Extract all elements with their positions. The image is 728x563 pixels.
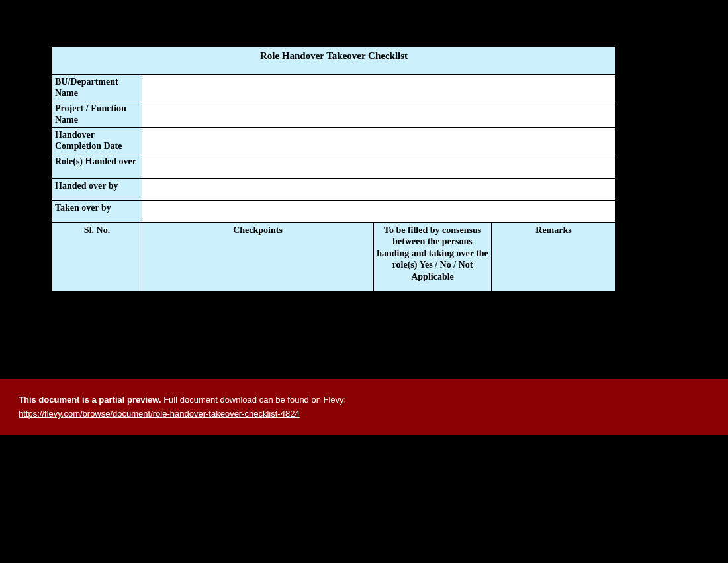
- col-consensus: To be filled by consensus between the pe…: [374, 222, 492, 292]
- label-handover-date: Handover Completion Date: [52, 127, 142, 154]
- title-row: Role Handover Takeover Checklist: [52, 47, 616, 75]
- value-handover-date[interactable]: [142, 127, 616, 154]
- info-row-handed-by: Handed over by: [52, 178, 616, 200]
- banner-link[interactable]: https://flevy.com/browse/document/role-h…: [19, 409, 300, 419]
- checklist-table: Role Handover Takeover Checklist BU/Depa…: [52, 46, 616, 292]
- col-sl-no: Sl. No.: [52, 222, 142, 292]
- info-row-taken-by: Taken over by: [52, 200, 616, 222]
- document-title: Role Handover Takeover Checklist: [52, 47, 616, 75]
- label-taken-by: Taken over by: [52, 200, 142, 222]
- value-taken-by[interactable]: [142, 200, 616, 222]
- info-row-roles-handed: Role(s) Handed over: [52, 154, 616, 178]
- value-roles-handed[interactable]: [142, 154, 616, 178]
- label-handed-by: Handed over by: [52, 178, 142, 200]
- preview-banner: This document is a partial preview. Full…: [0, 379, 728, 435]
- value-bu-department[interactable]: [142, 74, 616, 101]
- value-handed-by[interactable]: [142, 178, 616, 200]
- info-row-bu-department: BU/Department Name: [52, 74, 616, 101]
- value-project-function[interactable]: [142, 101, 616, 127]
- banner-bold: This document is a partial preview.: [19, 395, 161, 405]
- banner-line2: https://flevy.com/browse/document/role-h…: [19, 409, 709, 419]
- col-checkpoints: Checkpoints: [142, 222, 374, 292]
- column-headers: Sl. No. Checkpoints To be filled by cons…: [52, 222, 616, 292]
- info-row-handover-date: Handover Completion Date: [52, 127, 616, 154]
- banner-line1: This document is a partial preview. Full…: [19, 395, 709, 405]
- label-project-function: Project / Function Name: [52, 101, 142, 127]
- label-roles-handed: Role(s) Handed over: [52, 154, 142, 178]
- col-remarks: Remarks: [492, 222, 616, 292]
- info-row-project-function: Project / Function Name: [52, 101, 616, 127]
- label-bu-department: BU/Department Name: [52, 74, 142, 101]
- banner-rest: Full document download can be found on F…: [161, 395, 347, 405]
